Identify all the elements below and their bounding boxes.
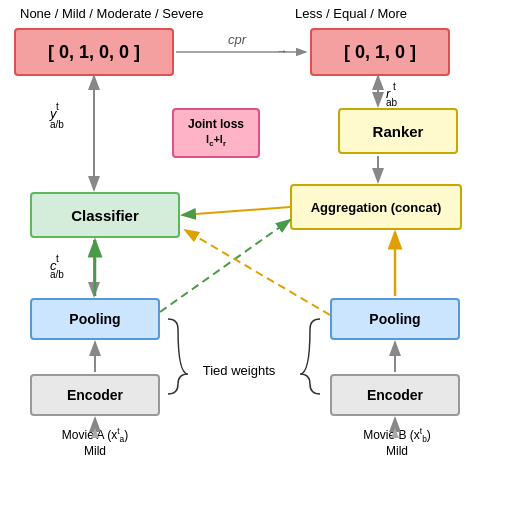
ranker-box: Ranker	[338, 108, 458, 154]
joint-loss-box: Joint loss lc+lr	[172, 108, 260, 158]
svg-text:ab: ab	[386, 97, 398, 108]
diagram: None / Mild / Moderate / Severe Less / E…	[0, 0, 514, 524]
svg-text:c: c	[50, 258, 57, 273]
aggregation-box: Aggregation (concat)	[290, 184, 462, 230]
pooling-right-box: Pooling	[330, 298, 460, 340]
classifier-box: Classifier	[30, 192, 180, 238]
svg-text:t: t	[56, 253, 59, 264]
joint-loss-formula: lc+lr	[188, 132, 244, 149]
pooling-left-box: Pooling	[30, 298, 160, 340]
svg-text:→: →	[276, 44, 288, 58]
movie-b-label: Movie B (xtb)Mild	[322, 426, 472, 458]
svg-text:y: y	[49, 106, 58, 121]
encoder-right-box: Encoder	[330, 374, 460, 416]
svg-text:a/b: a/b	[50, 269, 64, 280]
encoder-left-box: Encoder	[30, 374, 160, 416]
tied-weights-label: Tied weights	[194, 362, 284, 380]
input-vector-box: [ 0, 1, 0, 0 ]	[14, 28, 174, 76]
svg-text:t: t	[56, 101, 59, 112]
svg-line-16	[182, 207, 290, 215]
svg-text:cpr: cpr	[228, 32, 247, 47]
label-severity: None / Mild / Moderate / Severe	[20, 6, 204, 21]
svg-text:t: t	[393, 81, 396, 92]
joint-loss-label: Joint loss	[188, 117, 244, 133]
svg-text:r: r	[386, 86, 391, 101]
movie-a-label: Movie A (xta)Mild	[20, 426, 170, 458]
svg-line-20	[185, 230, 330, 315]
label-comparison: Less / Equal / More	[295, 6, 407, 21]
output-vector-box: [ 0, 1, 0 ]	[310, 28, 450, 76]
svg-text:a/b: a/b	[50, 119, 64, 130]
